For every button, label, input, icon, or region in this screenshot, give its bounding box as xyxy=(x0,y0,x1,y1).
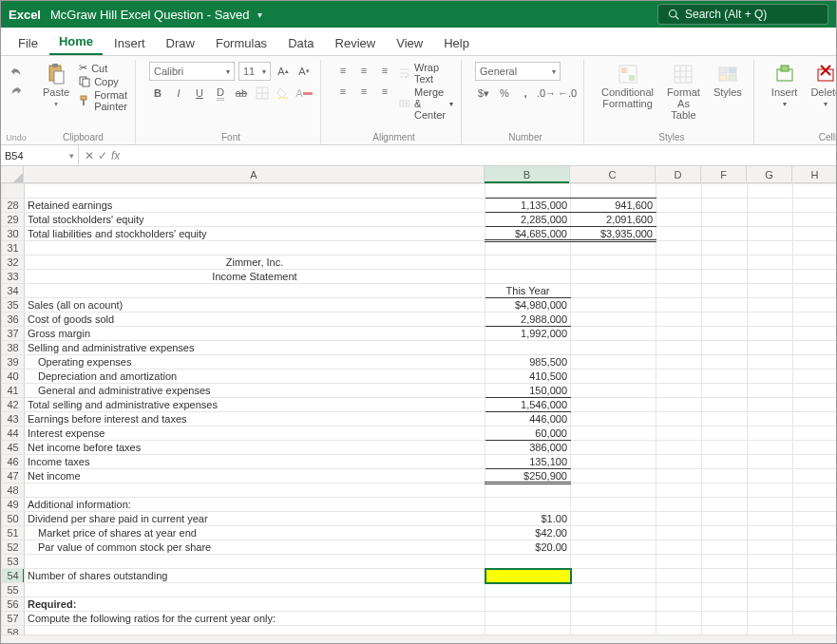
row-header-42[interactable]: 42 xyxy=(2,398,25,412)
row-header-36[interactable]: 36 xyxy=(2,313,25,327)
cell-A48[interactable] xyxy=(25,483,485,498)
table-row[interactable]: 44Interest expense60,000 xyxy=(2,426,837,441)
cell-H42[interactable] xyxy=(793,398,837,412)
cell-D57[interactable] xyxy=(656,612,702,626)
cell-F58[interactable] xyxy=(702,626,748,635)
align-top-icon[interactable]: ≡ xyxy=(334,62,352,79)
cell-G43[interactable] xyxy=(748,412,793,426)
cell-D46[interactable] xyxy=(656,455,702,469)
wrap-text-button[interactable]: Wrap Text xyxy=(399,62,453,85)
col-header-A[interactable]: A xyxy=(24,166,485,182)
merge-center-button[interactable]: Merge & Center▾ xyxy=(399,86,453,121)
cell-D33[interactable] xyxy=(656,270,702,284)
cell-G39[interactable] xyxy=(748,355,793,369)
cell-F52[interactable] xyxy=(702,540,748,555)
cell-B36[interactable]: 2,988,000 xyxy=(485,313,571,327)
col-header-G[interactable]: G xyxy=(747,166,792,182)
cell-C49[interactable] xyxy=(571,498,656,512)
cell-D37[interactable] xyxy=(656,327,702,341)
tab-draw[interactable]: Draw xyxy=(157,30,204,55)
percent-button[interactable]: % xyxy=(496,85,513,102)
cell-F35[interactable] xyxy=(702,298,748,313)
cell-A46[interactable]: Income taxes xyxy=(25,455,485,469)
cell-C51[interactable] xyxy=(571,526,656,540)
cell-G38[interactable] xyxy=(748,341,793,355)
row-header-53[interactable]: 53 xyxy=(2,555,25,569)
cell-A36[interactable]: Cost of goods sold xyxy=(25,313,485,327)
col-header-B[interactable]: B xyxy=(485,166,570,182)
cell-H56[interactable] xyxy=(793,597,837,612)
chevron-down-icon[interactable]: ▾ xyxy=(257,9,262,20)
cell-F36[interactable] xyxy=(702,313,748,327)
table-row[interactable]: 38Selling and administrative expenses xyxy=(2,341,837,355)
tab-insert[interactable]: Insert xyxy=(105,30,155,55)
cell-F55[interactable] xyxy=(702,583,748,597)
delete-cells-button[interactable]: Delete▾ xyxy=(807,62,837,110)
horizontal-scrollbar[interactable] xyxy=(1,635,836,644)
cut-button[interactable]: ✂Cut xyxy=(79,62,127,74)
cell-F33[interactable] xyxy=(702,270,748,284)
cell-C47[interactable] xyxy=(571,469,656,483)
double-underline-button[interactable]: D xyxy=(212,85,229,102)
tab-view[interactable]: View xyxy=(387,30,432,55)
cell-A38[interactable]: Selling and administrative expenses xyxy=(25,341,485,355)
cell-C54[interactable] xyxy=(571,569,656,583)
cell-H44[interactable] xyxy=(793,426,837,441)
cell-C40[interactable] xyxy=(571,369,656,384)
cell-F30[interactable] xyxy=(702,227,748,241)
row-header-55[interactable]: 55 xyxy=(2,583,25,597)
cell-A58[interactable] xyxy=(25,626,485,635)
cell-D30[interactable] xyxy=(656,227,702,241)
align-center-icon[interactable]: ≡ xyxy=(355,83,372,100)
row-header-28[interactable]: 28 xyxy=(2,199,25,213)
cell-G48[interactable] xyxy=(748,483,793,498)
cell-G47[interactable] xyxy=(748,469,793,483)
table-row[interactable]: 47Net income$250,900 xyxy=(2,469,837,483)
cell-D29[interactable] xyxy=(656,213,702,227)
cell-H30[interactable] xyxy=(793,227,837,241)
col-header-D[interactable]: D xyxy=(656,166,701,182)
cell-C48[interactable] xyxy=(571,483,656,498)
cell-D48[interactable] xyxy=(656,483,702,498)
table-row[interactable]: 37Gross margin1,992,000 xyxy=(2,327,837,341)
comma-button[interactable]: , xyxy=(517,85,534,102)
cell-A44[interactable]: Interest expense xyxy=(25,426,485,441)
cell-B54[interactable] xyxy=(485,569,571,583)
cell-styles-button[interactable]: Styles xyxy=(710,62,746,100)
cell-B41[interactable]: 150,000 xyxy=(485,384,571,398)
cell-H43[interactable] xyxy=(793,412,837,426)
cell-C52[interactable] xyxy=(571,540,656,555)
document-name[interactable]: McGraw Hill Excel Question - Saved xyxy=(50,8,250,22)
cell-B57[interactable] xyxy=(485,612,571,626)
table-row[interactable]: 45Net income before taxes386,000 xyxy=(2,441,837,455)
cell-H40[interactable] xyxy=(793,369,837,384)
cell-G30[interactable] xyxy=(748,227,793,241)
cell-A55[interactable] xyxy=(25,583,485,597)
cell-B39[interactable]: 985,500 xyxy=(485,355,571,369)
cell-C29[interactable]: 2,091,600 xyxy=(571,213,656,227)
cell-C31[interactable] xyxy=(571,241,656,256)
cell-H41[interactable] xyxy=(793,384,837,398)
cell-D47[interactable] xyxy=(656,469,702,483)
row-header-56[interactable]: 56 xyxy=(2,597,25,612)
cell-C50[interactable] xyxy=(571,512,656,526)
cell-H55[interactable] xyxy=(793,583,837,597)
underline-button[interactable]: U xyxy=(191,85,208,102)
row-header-39[interactable]: 39 xyxy=(2,355,25,369)
cell-A39[interactable]: Operating expenses xyxy=(25,355,485,369)
table-row[interactable]: 56Required: xyxy=(2,597,837,612)
fill-color-button[interactable] xyxy=(275,85,292,102)
cell-D53[interactable] xyxy=(656,555,702,569)
cell-B33[interactable] xyxy=(485,270,571,284)
cell-G51[interactable] xyxy=(748,526,793,540)
format-as-table-button[interactable]: Format As Table xyxy=(663,62,704,123)
table-row[interactable]: 30Total liabilities and stockholders' eq… xyxy=(2,227,837,241)
cell-B32[interactable] xyxy=(485,256,571,270)
cell-C53[interactable] xyxy=(571,555,656,569)
table-row[interactable]: 29Total stockholders' equity2,285,0002,0… xyxy=(2,213,837,227)
cell-C36[interactable] xyxy=(571,313,656,327)
table-row[interactable]: 36Cost of goods sold2,988,000 xyxy=(2,313,837,327)
number-format-combo[interactable]: General▾ xyxy=(475,62,561,81)
cell-G33[interactable] xyxy=(748,270,793,284)
cell-F40[interactable] xyxy=(702,369,748,384)
